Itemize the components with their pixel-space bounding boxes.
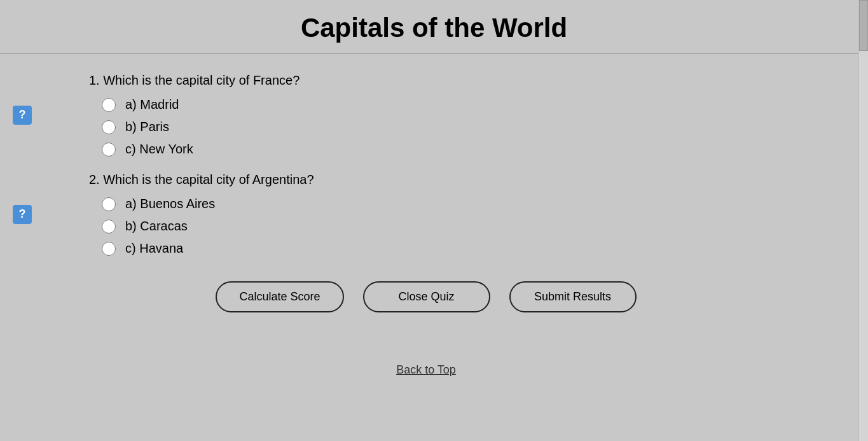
option-label-q2-c: c) Havana [125, 241, 183, 256]
question-1-block: 1. Which is the capital city of France? … [89, 73, 801, 157]
question-1-option-b[interactable]: b) Paris [102, 120, 801, 134]
radio-q2-caracas[interactable] [102, 220, 116, 234]
radio-q2-havana[interactable] [102, 242, 116, 256]
page-title-section: Capitals of the World [0, 0, 868, 54]
question-2-option-c[interactable]: c) Havana [102, 241, 801, 256]
question-2-options: a) Buenos Aires b) Caracas c) Havana [102, 197, 801, 256]
question-2-block: 2. Which is the capital city of Argentin… [89, 172, 801, 256]
radio-q2-buenosaires[interactable] [102, 197, 116, 211]
radio-q1-paris[interactable] [102, 120, 116, 134]
question-2-option-b[interactable]: b) Caracas [102, 219, 801, 234]
radio-q1-newyork[interactable] [102, 143, 116, 157]
question-2-text: 2. Which is the capital city of Argentin… [89, 172, 801, 187]
option-label-q2-b: b) Caracas [125, 219, 188, 234]
question-2-wrapper: ? 2. Which is the capital city of Argent… [51, 172, 801, 256]
option-label-q2-a: a) Buenos Aires [125, 197, 215, 211]
question-1-options: a) Madrid b) Paris c) New York [102, 97, 801, 157]
question-1-option-c[interactable]: c) New York [102, 142, 801, 157]
help-icon-q2[interactable]: ? [13, 205, 32, 224]
content-area: ? 1. Which is the capital city of France… [0, 67, 852, 402]
calculate-score-button[interactable]: Calculate Score [216, 281, 343, 312]
scrollbar-track [858, 0, 868, 441]
question-1-wrapper: ? 1. Which is the capital city of France… [51, 73, 801, 157]
question-1-text: 1. Which is the capital city of France? [89, 73, 801, 88]
footer: Back to Top [51, 363, 801, 389]
radio-q1-madrid[interactable] [102, 98, 116, 112]
page-title: Capitals of the World [0, 13, 868, 43]
question-2-option-a[interactable]: a) Buenos Aires [102, 197, 801, 211]
help-icon-q1[interactable]: ? [13, 106, 32, 125]
buttons-row: Calculate Score Close Quiz Submit Result… [51, 281, 801, 312]
option-label-q1-c: c) New York [125, 142, 193, 157]
option-label-q1-b: b) Paris [125, 120, 169, 134]
question-1-option-a[interactable]: a) Madrid [102, 97, 801, 112]
close-quiz-button[interactable]: Close Quiz [363, 281, 490, 312]
scrollbar-thumb[interactable] [859, 0, 868, 51]
option-label-q1-a: a) Madrid [125, 97, 179, 112]
back-to-top-button[interactable]: Back to Top [396, 363, 456, 377]
submit-results-button[interactable]: Submit Results [509, 281, 637, 312]
